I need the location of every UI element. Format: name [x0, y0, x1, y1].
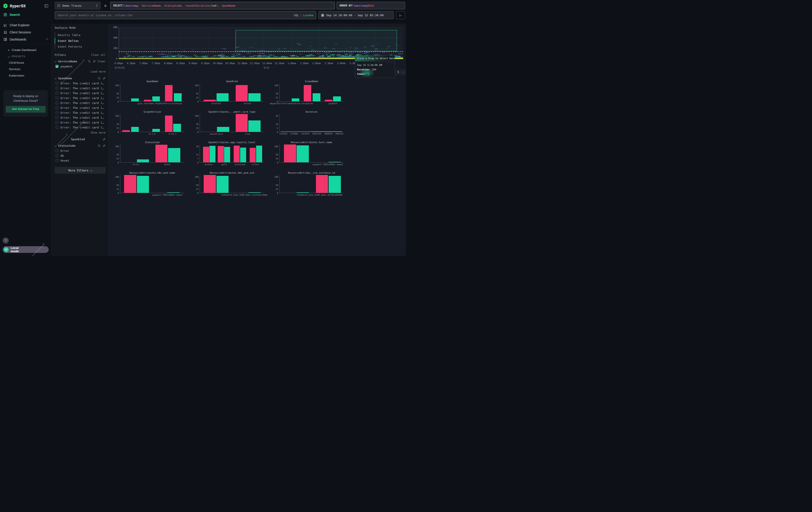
checkbox[interactable] — [55, 121, 58, 124]
sidebar-item-search[interactable]: Search — [0, 11, 51, 18]
search-results-icon — [4, 13, 7, 17]
checkbox[interactable] — [55, 97, 58, 100]
pin-icon[interactable] — [93, 60, 96, 63]
collapse-sidebar-icon[interactable] — [45, 4, 48, 7]
sql-select-editor[interactable]: SELECT Timestamp, ServiceName, StatusCod… — [110, 2, 335, 9]
order-by-editor[interactable]: ORDER BY Timestamp DESC — [337, 2, 405, 9]
search-icon[interactable] — [88, 60, 91, 63]
analysis-mode-event-patterns[interactable]: Event Patterns — [55, 44, 106, 49]
user-menu[interactable]: U Local mode — [3, 246, 49, 253]
chevron-down-icon[interactable] — [55, 77, 57, 79]
checkbox[interactable] — [55, 154, 58, 157]
checkbox[interactable] — [55, 111, 58, 114]
bar-green — [292, 99, 299, 101]
heatmap-cell — [232, 54, 235, 55]
tooltip-title: Click & Drag to Select Data — [355, 55, 395, 61]
create-dashboard-button[interactable]: +Create Dashboard — [0, 47, 51, 53]
checkbox-checked[interactable] — [55, 65, 58, 68]
checkbox[interactable] — [55, 82, 58, 85]
preset-item-services[interactable]: Services — [0, 66, 51, 72]
checkbox[interactable] — [55, 91, 58, 95]
pin-icon[interactable] — [103, 77, 106, 80]
filter-option[interactable]: Error: The credit card (… — [55, 115, 106, 120]
time-range-picker[interactable]: Sep 14 18:00:00 - Sep 15 05:30:00 — [318, 11, 394, 19]
heatmap-plot[interactable] — [119, 27, 403, 59]
filters-header: Filters Clear all — [55, 53, 106, 57]
filter-option[interactable]: Error: The credit card (… — [55, 90, 106, 96]
x-axis-tick-label: 1124538 — [279, 133, 287, 135]
filter-option[interactable]: Unset — [55, 158, 106, 163]
mini-chart-scopename: ScopeName10050250@hyperdx/instrumentatio… — [273, 80, 344, 110]
y-axis-tick-label: 0 — [277, 161, 278, 164]
show-more-button[interactable]: Load more — [55, 69, 106, 74]
search-input[interactable] — [58, 14, 292, 17]
laptop-icon — [4, 30, 7, 34]
y-axis-tick-label: 50 — [117, 153, 119, 156]
y-axis-tick-label: 0 — [118, 161, 119, 164]
x-axis-labels: grpc.oteldemo.PaymentService/Charge — [120, 102, 184, 105]
checkbox[interactable] — [55, 116, 58, 119]
filter-option[interactable]: Error: The credit card (… — [55, 110, 106, 115]
clear-filter-button[interactable]: Clear — [97, 60, 106, 63]
bar-green — [329, 162, 341, 162]
chevron-down-icon[interactable] — [55, 145, 57, 147]
y-axis-tick-label: 5 — [277, 127, 278, 129]
filter-option[interactable]: Error: The credit card (… — [55, 86, 106, 90]
filter-option[interactable]: Error: The credit card (… — [55, 125, 106, 130]
clear-all-button[interactable]: Clear all — [91, 53, 106, 57]
x-axis-tick-label: 9:00pm — [189, 62, 197, 64]
heatmap-cell — [222, 56, 224, 57]
source-select[interactable]: Demo Traces — [55, 2, 100, 9]
filter-option[interactable]: Error: The credit card (… — [55, 100, 106, 105]
search-icon[interactable] — [97, 77, 101, 80]
pin-icon[interactable] — [103, 144, 106, 147]
gear-icon[interactable]: ⚙ — [102, 2, 109, 9]
sidebar-item-dashboards[interactable]: Dashboards — [0, 36, 51, 43]
threshold-line — [119, 51, 403, 52]
search-icon[interactable] — [97, 144, 101, 147]
checkbox[interactable] — [55, 126, 58, 129]
next-page-button[interactable]: › — [401, 70, 406, 75]
filter-option[interactable]: payment — [55, 64, 106, 69]
checkbox[interactable] — [55, 149, 58, 152]
x-axis-tick-label: 6:00pm — [115, 62, 123, 64]
heatmap-cell — [220, 56, 222, 57]
sidebar-item-chart-explorer[interactable]: Chart Explorer — [0, 22, 51, 29]
run-query-button[interactable]: ▷ — [396, 11, 405, 19]
pin-icon[interactable] — [103, 138, 106, 141]
help-button[interactable]: ? — [3, 238, 9, 244]
filter-option[interactable]: Error: The credit card (… — [55, 105, 106, 110]
analysis-mode-event-deltas[interactable]: Event Deltas — [55, 38, 106, 44]
chevron-down-icon[interactable] — [55, 60, 57, 62]
lucene-mode-button[interactable]: Lucene — [303, 14, 313, 17]
sql-token: ), SpanName — [216, 4, 235, 7]
sql-mode-button[interactable]: SQL — [294, 14, 299, 17]
preset-item-clickhouse[interactable]: ClickHouse — [0, 59, 51, 66]
presets-toggle[interactable]: PRESETS — [0, 53, 51, 59]
get-started-button[interactable]: Get Started for Free — [6, 106, 46, 113]
chart-plot: 10050250 — [279, 84, 343, 102]
bar-green — [240, 147, 246, 162]
bar-red — [316, 175, 328, 193]
checkbox[interactable] — [55, 159, 58, 162]
heatmap-cell — [218, 56, 220, 56]
sidebar-item-client-sessions[interactable]: Client Sessions — [0, 29, 51, 36]
promo-line1: Ready to deploy on — [6, 94, 46, 99]
checkbox[interactable] — [55, 106, 58, 109]
filter-option-label: Error: The credit card (… — [60, 101, 104, 105]
preset-item-kubernetes[interactable]: Kubernetes — [0, 72, 51, 79]
checkbox[interactable] — [55, 87, 58, 90]
filter-option[interactable]: Error — [55, 148, 106, 153]
more-filters-button[interactable]: More filters — [55, 167, 106, 173]
show-more-button[interactable]: Show more — [55, 130, 106, 134]
heatmap-cell — [205, 56, 208, 56]
analysis-mode-results-table[interactable]: Results Table — [55, 32, 106, 38]
filter-option[interactable]: Error: The credit card (… — [55, 96, 106, 100]
filter-option[interactable]: Ok — [55, 153, 106, 158]
chart-title: ResourceAttributes.k8s.pod.uid — [200, 171, 264, 175]
current-page-button[interactable]: 5 — [396, 70, 401, 75]
heatmap-cell — [320, 54, 323, 54]
heatmap-cell — [126, 53, 128, 54]
selection-region[interactable] — [235, 30, 397, 51]
checkbox[interactable] — [55, 101, 58, 104]
